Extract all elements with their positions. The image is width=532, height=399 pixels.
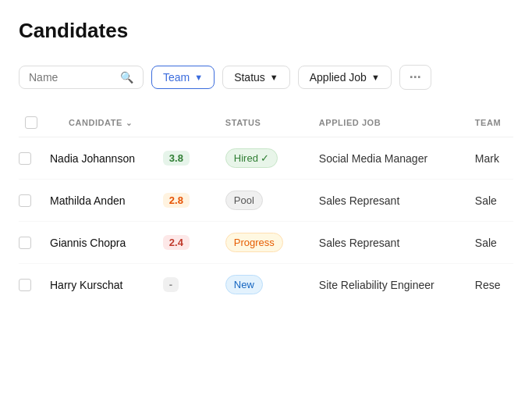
table-row: Mathilda Anden 2.8 Pool Sales Represant … — [19, 180, 513, 222]
score-badge: - — [163, 277, 179, 292]
status-cell: Progress — [219, 222, 313, 264]
team-cell: Mark — [469, 137, 513, 180]
applied-job-filter-button[interactable]: Applied Job ▼ — [298, 66, 392, 89]
candidate-name: Nadia Johannson — [50, 152, 135, 165]
status-badge: New — [225, 275, 263, 294]
applied-job-chevron-down-icon: ▼ — [371, 73, 380, 82]
applied-job-value: Site Reliability Engineer — [319, 279, 434, 291]
row-checkbox[interactable] — [19, 152, 31, 165]
candidate-name-cell: Giannis Chopra — [44, 222, 157, 264]
applied-job-cell: Social Media Manager — [313, 137, 469, 180]
candidate-name-cell: Mathilda Anden — [44, 180, 157, 222]
team-value: Sale — [475, 237, 497, 249]
status-badge: Pool — [225, 191, 263, 210]
header-score — [157, 109, 219, 137]
header-applied-job: APPLIED JOB — [313, 109, 469, 137]
status-filter-label: Status — [234, 71, 265, 84]
team-cell: Sale — [469, 222, 513, 264]
status-cell: Pool — [219, 180, 313, 222]
score-cell: 3.8 — [157, 137, 219, 180]
score-badge: 2.4 — [163, 235, 190, 250]
header-checkbox-col — [19, 109, 44, 137]
row-checkbox[interactable] — [19, 279, 31, 291]
applied-job-value: Social Media Manager — [319, 152, 427, 165]
status-filter-button[interactable]: Status ▼ — [222, 66, 290, 89]
team-filter-button[interactable]: Team ▼ — [151, 66, 215, 89]
row-checkbox-cell — [19, 180, 44, 222]
status-chevron-down-icon: ▼ — [270, 73, 278, 82]
row-checkbox[interactable] — [19, 237, 31, 249]
candidates-table: CANDIDATE ⌄ STATUS APPLIED JOB TEAM Nadi… — [19, 109, 513, 305]
applied-job-value: Sales Represant — [319, 237, 400, 249]
table-row: Harry Kurschat - New Site Reliability En… — [19, 264, 513, 306]
row-checkbox-cell — [19, 264, 44, 306]
page-title: Candidates — [19, 19, 513, 43]
search-icon: 🔍 — [120, 71, 133, 84]
header-status: STATUS — [219, 109, 313, 137]
applied-job-filter-label: Applied Job — [310, 71, 367, 84]
search-input[interactable] — [29, 71, 114, 84]
candidate-name-cell: Nadia Johannson — [44, 137, 157, 180]
team-cell: Rese — [469, 264, 513, 306]
team-value: Rese — [475, 279, 501, 291]
table-row: Nadia Johannson 3.8 Hired ✓ Social Media… — [19, 137, 513, 180]
team-cell: Sale — [469, 180, 513, 222]
select-all-checkbox[interactable] — [25, 116, 37, 129]
candidate-name-cell: Harry Kurschat — [44, 264, 157, 306]
team-value: Mark — [475, 152, 499, 165]
score-cell: 2.8 — [157, 180, 219, 222]
status-cell: New — [219, 264, 313, 306]
applied-job-cell: Sales Represant — [313, 180, 469, 222]
applied-job-value: Sales Represant — [319, 194, 400, 207]
search-box[interactable]: 🔍 — [19, 66, 144, 89]
row-checkbox-cell — [19, 137, 44, 180]
table-row: Giannis Chopra 2.4 Progress Sales Repres… — [19, 222, 513, 264]
score-cell: 2.4 — [157, 222, 219, 264]
row-checkbox[interactable] — [19, 194, 31, 207]
header-team: TEAM — [469, 109, 513, 137]
candidate-name: Harry Kurschat — [50, 279, 122, 291]
team-filter-label: Team — [163, 71, 190, 84]
candidate-name: Mathilda Anden — [50, 194, 126, 207]
status-badge: Hired ✓ — [225, 148, 278, 168]
score-badge: 2.8 — [163, 193, 190, 208]
status-badge: Progress — [225, 233, 283, 252]
candidate-name: Giannis Chopra — [50, 237, 126, 249]
team-chevron-down-icon: ▼ — [194, 73, 203, 82]
score-cell: - — [157, 264, 219, 306]
header-candidate[interactable]: CANDIDATE ⌄ — [44, 109, 157, 137]
more-filters-button[interactable]: ··· — [399, 65, 431, 90]
status-cell: Hired ✓ — [219, 137, 313, 180]
applied-job-cell: Sales Represant — [313, 222, 469, 264]
applied-job-cell: Site Reliability Engineer — [313, 264, 469, 306]
candidate-sort-icon: ⌄ — [126, 119, 133, 127]
filters-bar: 🔍 Team ▼ Status ▼ Applied Job ▼ ··· — [19, 65, 513, 90]
row-checkbox-cell — [19, 222, 44, 264]
score-badge: 3.8 — [163, 151, 190, 166]
team-value: Sale — [475, 194, 497, 207]
